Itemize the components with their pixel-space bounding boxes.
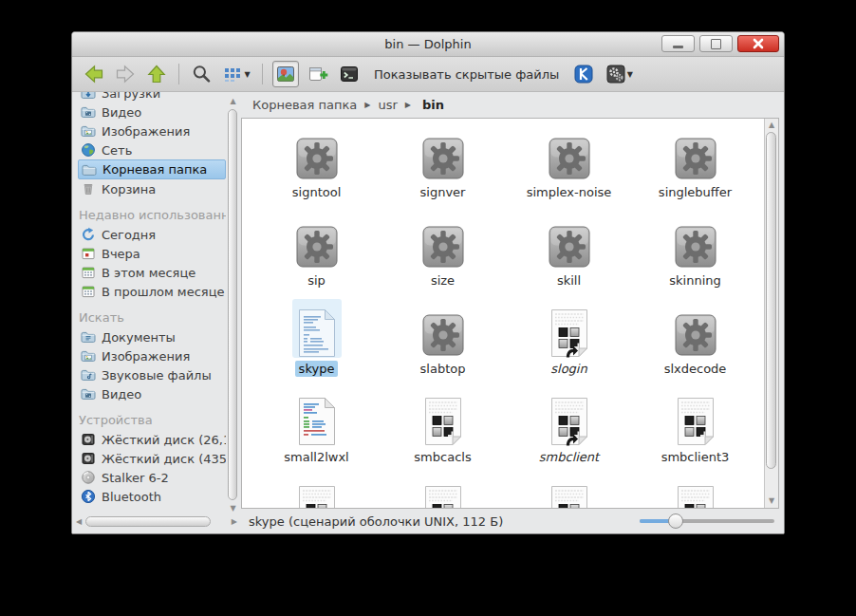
terminal-button[interactable] xyxy=(337,62,362,86)
executable-gear-icon xyxy=(547,224,592,270)
folder-view: signtool signver simplex-noise singlebuf… xyxy=(241,118,779,509)
sidebar-item-harddisk-1[interactable]: Жёсткий диск (26,1 ГиБ) xyxy=(78,430,226,449)
sidebar-item-search-video[interactable]: Видео xyxy=(78,384,226,403)
file-item-simplex-noise[interactable]: simplex-noise xyxy=(506,122,632,211)
sidebar-hscroll-thumb[interactable] xyxy=(85,516,211,527)
today-arrow-icon xyxy=(81,227,96,242)
breadcrumb-bin[interactable]: bin xyxy=(422,98,444,112)
show-hidden-files-button[interactable]: Показывать скрытые файлы xyxy=(368,67,565,82)
file-item-skill[interactable]: skill xyxy=(506,211,632,299)
view-vscroll-thumb[interactable] xyxy=(766,132,776,469)
file-item-small2lwxl[interactable]: small2lwxl xyxy=(253,387,380,476)
file-item-slabtop[interactable]: slabtop xyxy=(380,299,506,387)
back-arrow-icon xyxy=(84,64,104,84)
file-item-slxdecode[interactable]: slxdecode xyxy=(632,299,758,387)
chevron-down-icon: ▼ xyxy=(627,70,633,79)
zoom-slider-handle[interactable] xyxy=(668,513,683,529)
zoom-slider[interactable] xyxy=(640,513,774,529)
breadcrumb-root[interactable]: Корневая папка xyxy=(252,98,357,112)
executable-gear-icon xyxy=(420,136,466,181)
file-name: signtool xyxy=(288,184,345,200)
file-item-skinning[interactable]: skinning xyxy=(632,211,758,299)
sidebar-item-label: Видео xyxy=(102,387,141,401)
main-area: Корневая папка ▶ usr ▶ bin signtool sign… xyxy=(241,92,784,533)
sidebar-item-last-month[interactable]: В прошлом месяце xyxy=(78,282,226,301)
preview-toggle-button[interactable] xyxy=(272,61,299,87)
maximize-icon xyxy=(711,39,721,49)
sidebar-item-this-month[interactable]: В этом месяце xyxy=(78,263,226,282)
sidebar-item-stalker-disc[interactable]: Stalker 6-2 xyxy=(78,468,226,487)
file-item-partial[interactable] xyxy=(632,476,758,509)
sidebar-item-network[interactable]: Сеть xyxy=(78,140,226,159)
breadcrumb-usr[interactable]: usr xyxy=(378,98,397,112)
sidebar-vertical-scrollbar[interactable]: ▲ ▼ xyxy=(228,97,238,513)
sidebar-item-harddisk-2[interactable]: Жёсткий диск (435,7 ГиБ) xyxy=(78,449,226,468)
script-color-icon xyxy=(298,397,336,446)
scroll-right-icon[interactable]: ▶ xyxy=(232,517,237,527)
trash-icon xyxy=(81,181,96,196)
sidebar-item-video[interactable]: Видео xyxy=(78,103,226,121)
file-item-partial[interactable] xyxy=(506,476,632,509)
file-item-smbclient3[interactable]: smbclient3 xyxy=(632,387,758,476)
file-item-size[interactable]: size xyxy=(380,211,506,299)
sidebar-item-audio-files[interactable]: Звуковые файлы xyxy=(78,365,226,384)
file-item-skype[interactable]: skype xyxy=(253,299,380,387)
file-item-slogin[interactable]: slogin xyxy=(506,299,632,387)
file-item-partial[interactable] xyxy=(253,476,380,509)
file-item-signtool[interactable]: signtool xyxy=(253,122,380,211)
file-name: smbclient xyxy=(535,449,603,465)
up-button[interactable] xyxy=(144,62,169,86)
folder-documents-icon xyxy=(81,329,96,345)
file-item-smbcacls[interactable]: smbcacls xyxy=(380,387,506,476)
scroll-down-icon[interactable]: ▼ xyxy=(765,495,778,507)
split-view-add-icon xyxy=(307,64,328,84)
settings-button[interactable]: ▼ xyxy=(603,62,635,86)
kde-logo-icon xyxy=(573,64,594,84)
file-item-signver[interactable]: signver xyxy=(380,122,506,211)
sidebar-item-bluetooth[interactable]: Bluetooth xyxy=(78,487,226,506)
close-button[interactable] xyxy=(737,35,779,52)
settings-gears-icon xyxy=(605,64,626,84)
minimize-button[interactable] xyxy=(661,35,695,52)
sidebar-item-label: Вчера xyxy=(102,247,140,261)
grid-view-icon xyxy=(222,64,243,84)
sidebar-item-trash[interactable]: Корзина xyxy=(78,179,226,198)
search-button[interactable] xyxy=(189,62,214,86)
symlink-arrow-icon xyxy=(565,433,579,447)
scroll-up-icon[interactable]: ▲ xyxy=(229,97,237,105)
scroll-down-icon[interactable]: ▼ xyxy=(229,504,237,513)
file-item-smbclient[interactable]: smbclient xyxy=(506,387,632,476)
sidebar-item-search-images[interactable]: Изображения xyxy=(78,346,226,365)
back-button[interactable] xyxy=(82,62,106,86)
file-item-partial[interactable] xyxy=(380,476,506,509)
forward-button[interactable] xyxy=(113,62,138,86)
file-name: small2lwxl xyxy=(280,449,352,465)
kde-help-button[interactable] xyxy=(571,62,596,86)
scroll-left-icon[interactable]: ◀ xyxy=(76,517,82,527)
file-item-singlebuffer[interactable]: singlebuffer xyxy=(632,122,758,211)
split-view-button[interactable] xyxy=(306,62,330,86)
file-name: skype xyxy=(295,361,339,377)
view-mode-button[interactable]: ▼ xyxy=(220,62,252,86)
sidebar-item-root[interactable]: Корневая папка xyxy=(78,159,226,179)
executable-gear-icon xyxy=(420,224,466,270)
scroll-up-icon[interactable]: ▲ xyxy=(765,120,778,131)
window-controls xyxy=(661,35,779,52)
view-vertical-scrollbar[interactable]: ▲ ▼ xyxy=(764,119,778,508)
sidebar-item-downloads[interactable]: Загрузки xyxy=(78,92,226,103)
sidebar-item-documents[interactable]: Документы xyxy=(78,327,226,346)
folder-video-icon xyxy=(81,386,96,401)
titlebar[interactable]: bin — Dolphin xyxy=(72,32,784,57)
file-item-sip[interactable]: sip xyxy=(253,211,380,299)
executable-gear-icon xyxy=(673,312,718,358)
search-icon xyxy=(191,64,212,84)
sidebar-item-today[interactable]: Сегодня xyxy=(78,225,226,244)
sidebar-horizontal-scrollbar[interactable]: ◀ ▶ xyxy=(76,516,237,528)
sidebar-item-yesterday[interactable]: Вчера xyxy=(78,244,226,263)
sidebar-vscroll-thumb[interactable] xyxy=(228,109,237,500)
file-name: singlebuffer xyxy=(655,184,735,200)
sidebar-item-images[interactable]: Изображения xyxy=(78,121,226,140)
hard-disk-icon xyxy=(81,432,96,447)
preview-image-icon xyxy=(275,64,296,84)
maximize-button[interactable] xyxy=(699,35,733,52)
